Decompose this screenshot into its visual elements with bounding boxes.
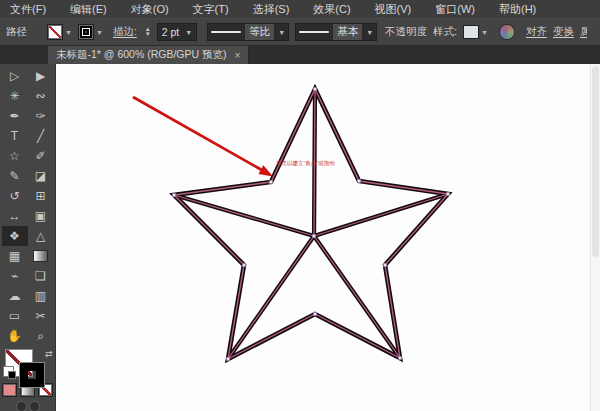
chevron-down-icon: ▼ [481, 29, 488, 36]
close-tab-icon[interactable]: × [235, 50, 241, 61]
perspective-grid-tool[interactable]: △ [28, 226, 54, 246]
document-tab[interactable]: 未标题-1* @ 600% (RGB/GPU 预览) × [48, 46, 249, 64]
pencil-tool[interactable]: ✎ [2, 166, 28, 186]
screen-mode-icon[interactable] [30, 402, 39, 411]
zoom-tool[interactable]: ⌕ [28, 326, 54, 346]
menu-item-6[interactable]: 视图(V) [375, 2, 412, 17]
lasso-tool[interactable]: ∾ [28, 86, 54, 106]
illustrator-window: 文件(F)编辑(E)对象(O)文字(T)选择(S)效果(C)视图(V)窗口(W)… [0, 0, 600, 411]
artboard-canvas[interactable]: 单击以建立“角点”或拖动 [56, 64, 600, 411]
transform-link[interactable]: 变换 [553, 25, 574, 39]
menu-bar: 文件(F)编辑(E)对象(O)文字(T)选择(S)效果(C)视图(V)窗口(W)… [0, 0, 600, 18]
stroke-color-dropdown[interactable]: ▼ [78, 24, 103, 40]
color-button[interactable] [2, 383, 17, 397]
brush-preview [299, 31, 329, 33]
column-graph-tool[interactable]: ▥ [28, 286, 54, 306]
chevron-down-icon: ▼ [366, 29, 373, 36]
style-swatch [463, 25, 479, 39]
gradient-swatch-icon [33, 250, 48, 262]
stroke-panel-link[interactable]: 描边: [113, 25, 137, 39]
star-tool[interactable]: ☆ [2, 146, 28, 166]
anchor-point [172, 193, 175, 196]
vertical-scrollbar[interactable] [590, 64, 600, 411]
symbol-sprayer-tool[interactable]: ☁ [2, 286, 28, 306]
style-label: 样式: [433, 25, 457, 39]
align-link[interactable]: 对齐 [526, 25, 547, 39]
type-tool[interactable]: T [2, 126, 28, 146]
stroke-indicator-black[interactable] [20, 363, 44, 387]
anchor-point [357, 179, 360, 182]
hand-tool[interactable]: ✋ [2, 326, 28, 346]
stroke-weight-field[interactable]: 2 pt ▼ [157, 23, 197, 41]
anchor-point [312, 234, 315, 237]
fill-stroke-indicator: ⇄ [3, 349, 53, 377]
chevron-down-icon: ▼ [278, 29, 285, 36]
anchor-point [269, 180, 272, 183]
gradient-tool[interactable] [28, 246, 54, 266]
pen-tool[interactable]: ✒ [2, 106, 28, 126]
menu-item-4[interactable]: 选择(S) [253, 2, 290, 17]
menu-item-1[interactable]: 编辑(E) [70, 2, 107, 17]
context-label: 路径 [6, 25, 27, 39]
document-tab-bar: 未标题-1* @ 600% (RGB/GPU 预览) × [0, 46, 600, 64]
document-tab-title: 未标题-1* @ 600% (RGB/GPU 预览) [56, 48, 227, 62]
anchor-point [313, 87, 316, 90]
shape-builder-tool[interactable]: ❖ [2, 226, 28, 246]
anchor-point [313, 312, 316, 315]
opacity-link[interactable]: 不透明度 [385, 25, 427, 39]
menu-item-2[interactable]: 对象(O) [131, 2, 169, 17]
brush-label: 基本 [333, 24, 362, 40]
blend-tool[interactable]: ❏ [28, 266, 54, 286]
paintbrush-tool[interactable]: ✐ [28, 146, 54, 166]
menu-item-7[interactable]: 窗口(W) [435, 2, 475, 17]
eyedropper-tool[interactable]: ⌁ [2, 266, 28, 286]
brush-definition-dropdown[interactable]: 基本 ▼ [295, 23, 377, 41]
anchor-point [398, 356, 401, 359]
variable-width-profile-dropdown[interactable]: 等比 ▼ [207, 23, 289, 41]
graphic-style-dropdown[interactable]: ▼ [463, 25, 488, 39]
menu-item-0[interactable]: 文件(F) [10, 2, 46, 17]
anchor-point [446, 192, 449, 195]
screen-mode-buttons [17, 402, 39, 411]
default-fill-stroke-icon[interactable] [3, 366, 14, 377]
eraser-tool[interactable]: ◪ [28, 166, 54, 186]
width-tool[interactable]: ↔ [2, 206, 28, 226]
magic-wand-tool[interactable]: ✳ [2, 86, 28, 106]
red-arrow-head [258, 165, 273, 176]
scale-tool[interactable]: ⊞ [28, 186, 54, 206]
stroke-weight-value: 2 pt [162, 26, 180, 38]
anchor-point [383, 263, 386, 266]
options-bar: 路径 ▼ ▼ 描边: ▲▼ 2 pt ▼ 等比 ▼ 基本 ▼ 不透明度 样式: [0, 18, 600, 46]
stroke-color-swatch-icon [78, 24, 94, 40]
artboard-tool[interactable]: ▭ [2, 306, 28, 326]
chevron-down-icon: ▼ [96, 29, 103, 36]
draw-mode-icon[interactable] [17, 402, 26, 411]
annotation-text: 单击以建立“角点”或拖动 [276, 160, 335, 167]
line-segment-tool[interactable]: ╱ [28, 126, 54, 146]
chevron-down-icon: ▼ [65, 29, 72, 36]
direct-selection-tool[interactable]: ▶ [28, 66, 54, 86]
chevron-down-icon: ▼ [185, 29, 192, 36]
curvature-tool[interactable]: ✑ [28, 106, 54, 126]
rotate-tool[interactable]: ↺ [2, 186, 28, 206]
menu-item-3[interactable]: 文字(T) [193, 2, 229, 17]
fill-color-dropdown[interactable]: ▼ [47, 24, 72, 40]
swap-fill-stroke-icon[interactable]: ⇄ [45, 349, 53, 359]
red-arrow-line [133, 97, 264, 171]
selection-tool[interactable]: ▷ [2, 66, 28, 86]
menu-item-8[interactable]: 帮助(H) [499, 2, 536, 17]
profile-label: 等比 [245, 24, 274, 40]
recolor-artwork-icon[interactable] [500, 25, 514, 39]
tools-panel: ▷▶✳∾✒✑T╱☆✐✎◪↺⊞↔▣❖△▦⌁❏☁▥▭✂✋⌕ ⇄ [0, 64, 56, 411]
anchor-point [242, 263, 245, 266]
anchor-point [226, 357, 229, 360]
free-transform-tool[interactable]: ▣ [28, 206, 54, 226]
scrollbar-thumb[interactable] [592, 66, 599, 257]
tool-grid: ▷▶✳∾✒✑T╱☆✐✎◪↺⊞↔▣❖△▦⌁❏☁▥▭✂✋⌕ [2, 66, 54, 346]
mesh-tool[interactable]: ▦ [2, 246, 28, 266]
stroke-weight-stepper[interactable]: ▲▼ [145, 27, 151, 37]
menu-item-5[interactable]: 效果(C) [313, 2, 350, 17]
slice-tool[interactable]: ✂ [28, 306, 54, 326]
clipped-panel-link[interactable]: 属 [580, 25, 587, 39]
star-drawing [56, 64, 600, 411]
